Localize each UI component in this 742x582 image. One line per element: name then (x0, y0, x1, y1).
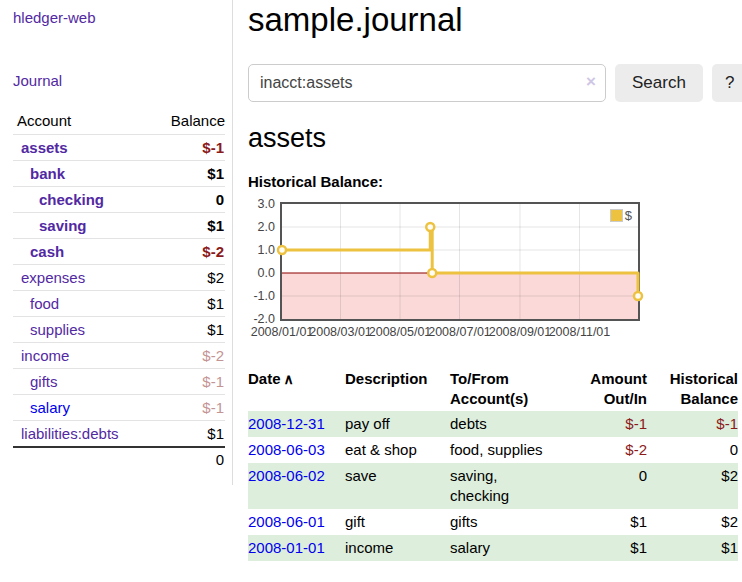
brand-link[interactable]: hledger-web (13, 9, 96, 26)
account-title: assets (248, 123, 742, 154)
transaction-accounts: debts (450, 411, 575, 437)
register-table-body: 2008-12-31pay offdebts$-1$-12008-06-03ea… (248, 411, 738, 561)
chart-legend: $ (608, 207, 634, 224)
accounts-header-row: Account Balance (13, 109, 225, 135)
accounts-col-account: Account (13, 109, 150, 135)
chart-heading: Historical Balance: (248, 173, 742, 190)
account-link[interactable]: cash (30, 243, 64, 260)
transaction-accounts: salary (450, 535, 575, 561)
account-balance: $1 (150, 421, 225, 448)
nav-journal-link[interactable]: Journal (13, 72, 62, 89)
account-balance: $-1 (150, 395, 225, 421)
account-row: expenses$2 (13, 265, 225, 291)
transaction-date-cell: 2008-01-01 (248, 535, 345, 561)
transaction-balance: $-1 (647, 411, 738, 437)
transaction-date-link[interactable]: 2008-12-31 (248, 415, 325, 432)
account-link[interactable]: assets (21, 139, 68, 156)
transaction-amount: $-1 (575, 411, 647, 437)
account-row: checking0 (13, 187, 225, 213)
account-balance: 0 (150, 187, 225, 213)
transaction-amount: 0 (575, 463, 647, 509)
y-tick-label: 1.0 (248, 243, 275, 258)
historical-balance-chart: $ 3.02.01.00.0-1.0-2.0 2008/01/012008/03… (248, 202, 648, 346)
transaction-description: eat & shop (345, 437, 450, 463)
y-tick-label: 2.0 (248, 220, 275, 235)
search-button[interactable]: Search (615, 64, 703, 102)
accounts-total-value: 0 (13, 447, 225, 471)
transaction-row: 2008-12-31pay offdebts$-1$-1 (248, 411, 738, 437)
account-row: gifts$-1 (13, 369, 225, 395)
transaction-balance: $2 (647, 509, 738, 535)
transaction-description: pay off (345, 411, 450, 437)
transaction-date-link[interactable]: 2008-06-02 (248, 467, 325, 484)
transaction-date-cell: 2008-06-01 (248, 509, 345, 535)
register-col-balance: Historical Balance (647, 367, 738, 411)
account-link[interactable]: salary (30, 399, 70, 416)
y-tick-label: 3.0 (248, 197, 275, 212)
legend-label: $ (625, 208, 632, 223)
account-row: food$1 (13, 291, 225, 317)
transaction-row: 2008-01-01incomesalary$1$1 (248, 535, 738, 561)
account-balance: $-1 (150, 135, 225, 161)
account-row: saving$1 (13, 213, 225, 239)
transaction-accounts: saving, checking (450, 463, 575, 509)
transaction-row: 2008-06-03eat & shopfood, supplies$-20 (248, 437, 738, 463)
transaction-accounts: food, supplies (450, 437, 575, 463)
register-header-row: Date∧ Description To/From Account(s) Amo… (248, 367, 738, 411)
account-link[interactable]: gifts (30, 373, 58, 390)
search-input[interactable] (248, 64, 606, 102)
account-row: cash$-2 (13, 239, 225, 265)
transaction-date-cell: 2008-06-03 (248, 437, 345, 463)
transaction-description: income (345, 535, 450, 561)
transaction-date-link[interactable]: 2008-06-03 (248, 441, 325, 458)
transaction-balance: $1 (647, 535, 738, 561)
account-balance: $1 (150, 291, 225, 317)
help-button[interactable]: ? (712, 64, 742, 102)
x-tick-label: 2008/11/01 (537, 325, 621, 339)
transaction-balance: $2 (647, 463, 738, 509)
account-balance: $-2 (150, 239, 225, 265)
account-row: salary$-1 (13, 395, 225, 421)
account-row: supplies$1 (13, 317, 225, 343)
accounts-total-row: 0 (13, 447, 225, 471)
account-link[interactable]: liabilities:debts (21, 425, 119, 442)
search-form: × Search ? (248, 64, 742, 102)
accounts-col-balance: Balance (150, 109, 225, 135)
y-tick-label: -1.0 (248, 289, 275, 304)
search-input-wrap: × (248, 64, 606, 102)
sidebar: hledger-web Journal Account Balance asse… (0, 0, 233, 485)
account-link[interactable]: food (30, 295, 59, 312)
transaction-date-cell: 2008-12-31 (248, 411, 345, 437)
transaction-accounts: gifts (450, 509, 575, 535)
transaction-date-link[interactable]: 2008-06-01 (248, 513, 325, 530)
transaction-balance: 0 (647, 437, 738, 463)
y-tick-label: 0.0 (248, 266, 275, 281)
account-balance: $2 (150, 265, 225, 291)
page-title: sample.journal (248, 1, 742, 39)
transaction-description: save (345, 463, 450, 509)
account-balance: $1 (150, 317, 225, 343)
transaction-row: 2008-06-02savesaving, checking0$2 (248, 463, 738, 509)
account-link[interactable]: saving (39, 217, 87, 234)
register-table: Date∧ Description To/From Account(s) Amo… (248, 367, 738, 561)
register-col-date[interactable]: Date∧ (248, 367, 345, 411)
transaction-description: gift (345, 509, 450, 535)
clear-search-icon[interactable]: × (586, 73, 596, 90)
legend-swatch (610, 209, 623, 222)
account-link[interactable]: expenses (21, 269, 85, 286)
account-row: bank$1 (13, 161, 225, 187)
account-row: liabilities:debts$1 (13, 421, 225, 448)
register-col-date-label: Date (248, 370, 281, 387)
transaction-row: 2008-06-01giftgifts$1$2 (248, 509, 738, 535)
main-content: sample.journal × Search ? assets Histori… (233, 0, 742, 561)
account-link[interactable]: checking (39, 191, 104, 208)
transaction-amount: $1 (575, 535, 647, 561)
account-link[interactable]: income (21, 347, 69, 364)
account-link[interactable]: supplies (30, 321, 85, 338)
account-row: assets$-1 (13, 135, 225, 161)
account-link[interactable]: bank (30, 165, 65, 182)
account-balance: $1 (150, 213, 225, 239)
transaction-date-link[interactable]: 2008-01-01 (248, 539, 325, 556)
register-col-amount: Amount Out/In (575, 367, 647, 411)
register-col-accounts: To/From Account(s) (450, 367, 575, 411)
